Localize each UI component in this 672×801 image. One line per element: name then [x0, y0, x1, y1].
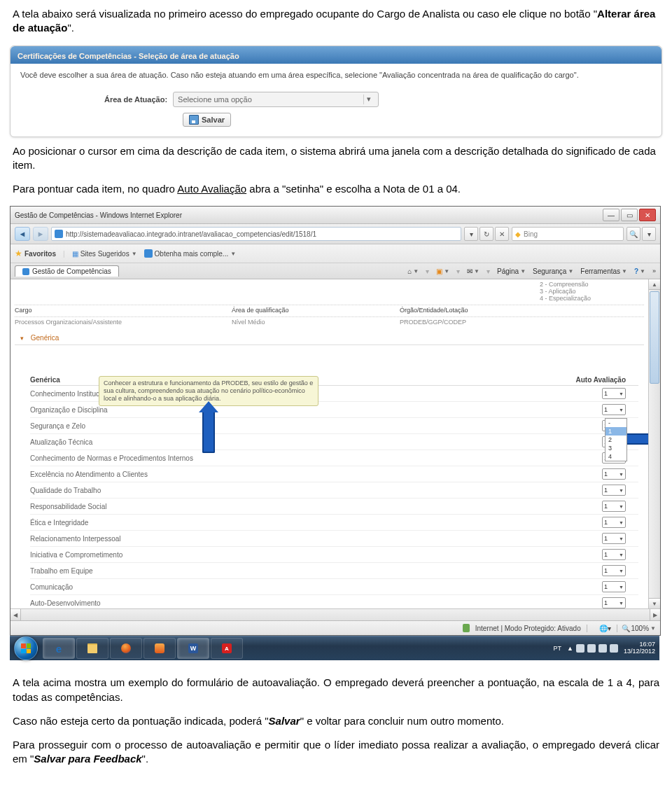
maximize-button[interactable]: ▭	[621, 209, 638, 221]
intro-section: A tela abaixo será visualizada no primei…	[0, 0, 672, 36]
scroll-left-icon[interactable]: ◀	[10, 609, 21, 620]
page-icon	[55, 230, 63, 238]
generica-item-label: Excelência no Atendimento a Clientes	[30, 471, 542, 478]
auto-avaliacao-cell: 1▼	[542, 533, 638, 544]
tray-icon[interactable]	[576, 644, 584, 653]
search-dd-icon[interactable]: ▾	[642, 227, 656, 241]
taskbar-word[interactable]: W	[177, 638, 209, 659]
dropdown-option[interactable]: 3	[606, 444, 626, 452]
scroll-down-icon[interactable]: ▼	[649, 598, 660, 608]
chevron-down-icon: ▼	[619, 520, 624, 525]
pagina-menu[interactable]: Página▼	[497, 267, 526, 275]
zoom-control[interactable]: 🔍 100% ▼	[617, 625, 657, 632]
star-icon: ★	[15, 249, 22, 258]
seguranca-menu[interactable]: Segurança▼	[533, 267, 573, 275]
taskbar-pdf[interactable]: A	[211, 638, 243, 659]
scroll-thumb[interactable]	[650, 291, 659, 384]
addr-dropdown-icon[interactable]: ▾	[464, 227, 478, 241]
status-sep	[587, 625, 594, 632]
auto-avaliacao-select[interactable]: 1▼	[602, 404, 626, 415]
feed-icon[interactable]: ▣▼	[436, 267, 449, 275]
page-content: 2 - Compreensão 3 - Aplicação 4 - Especi…	[10, 279, 660, 608]
browser-nav-row: ◄ ► http://sistemadeavaliacao.integrado.…	[10, 224, 660, 244]
obtenha-mais-link[interactable]: Obtenha mais comple... ▼	[144, 249, 237, 258]
favorites-button[interactable]: ★ Favoritos	[15, 249, 56, 258]
chevron-down-icon: ▼	[619, 488, 624, 493]
tab-gestao[interactable]: Gestão de Competências	[15, 265, 119, 277]
zoom-icon: 🔍	[622, 625, 630, 632]
tray-icon[interactable]	[587, 644, 596, 653]
auto-avaliacao-dropdown[interactable]: - 1 2 3 4	[605, 418, 627, 461]
chevron-down-icon: ▾	[363, 95, 374, 104]
info-header-row-1: 2 - Compreensão 3 - Aplicação 4 - Especi…	[15, 279, 644, 305]
refresh-icon[interactable]: ↻	[479, 227, 493, 241]
status-text: Internet | Modo Protegido: Ativado	[475, 625, 581, 632]
bottom-paragraph-1: A tela acima mostra um exemplo do formul…	[13, 676, 659, 704]
generica-item-label: Trabalho em Equipe	[30, 567, 542, 575]
generica-item-label: Organização e Disciplina	[30, 406, 542, 414]
clock[interactable]: 16:07 13/12/2012	[624, 641, 655, 655]
dropdown-option[interactable]: -	[606, 419, 626, 427]
scroll-right-icon[interactable]: ▶	[650, 609, 660, 620]
toolbar-right: ⌂▼ ▾ ▣▼ ▾ ✉▼ ▾ Página▼ Segurança▼ Ferram…	[407, 267, 656, 275]
area-select[interactable]: Selecione uma opção ▾	[173, 92, 379, 107]
taskbar-ie[interactable]: e	[43, 638, 75, 659]
taskbar-explorer[interactable]	[76, 638, 108, 659]
generica-item-label: Ética e Integridade	[30, 519, 542, 527]
generica-row: Responsabilidade Social1▼	[30, 499, 638, 515]
address-bar[interactable]: http://sistemadeavaliacao.integrado.intr…	[51, 227, 461, 241]
horizontal-scrollbar[interactable]: ◀ ▶	[10, 608, 660, 620]
dropdown-option[interactable]: 1	[606, 427, 626, 436]
scroll-up-icon[interactable]: ▲	[649, 279, 660, 290]
search-go-icon[interactable]: 🔍	[626, 227, 640, 241]
zoom-value: 100%	[631, 625, 650, 632]
panel-body: Você deve escolher a sua área de atuação…	[10, 64, 662, 137]
windows-taskbar: e W A PT ▲ 16:07 13/12/2012	[10, 636, 659, 660]
dropdown-option[interactable]: 2	[606, 436, 626, 444]
auto-avaliacao-select[interactable]: 1▼	[602, 533, 626, 544]
vertical-scrollbar[interactable]: ▲ ▼	[648, 279, 660, 608]
url-text: http://sistemadeavaliacao.integrado.intr…	[66, 230, 316, 238]
generica-item-label: Segurança e Zelo	[30, 422, 542, 430]
bing-icon: ◆	[515, 230, 521, 238]
forward-button[interactable]: ►	[33, 227, 48, 241]
start-button[interactable]	[14, 636, 38, 660]
generica-row: Ética e Integridade1▼	[30, 515, 638, 531]
panel-hint: Você deve escolher a sua área de atuação…	[20, 71, 652, 79]
home-icon[interactable]: ⌂▼	[407, 267, 419, 275]
auto-avaliacao-select[interactable]: 1▼	[602, 485, 626, 496]
ferramentas-menu[interactable]: Ferramentas▼	[580, 267, 627, 275]
pdf-icon: A	[222, 643, 232, 653]
auto-avaliacao-select[interactable]: 1▼	[602, 501, 626, 512]
auto-avaliacao-select[interactable]: 1▼	[602, 517, 626, 528]
volume-icon[interactable]	[610, 644, 618, 653]
stop-icon[interactable]: ✕	[495, 227, 509, 241]
auto-avaliacao-select[interactable]: 1▼	[602, 388, 626, 399]
auto-avaliacao-cell: 1▼	[542, 581, 638, 592]
auto-avaliacao-select[interactable]: 1▼	[602, 597, 626, 608]
accordion-generica[interactable]: Genérica	[15, 331, 644, 345]
taskbar-firefox[interactable]	[110, 638, 142, 659]
minimize-button[interactable]: —	[603, 209, 620, 221]
tray-icons: ▲	[567, 644, 618, 653]
network-icon[interactable]	[598, 644, 607, 653]
auto-avaliacao-select[interactable]: 1▼	[602, 565, 626, 576]
back-button[interactable]: ◄	[15, 227, 30, 241]
sites-sugeridos-link[interactable]: ▦ Sites Sugeridos ▼	[72, 250, 137, 258]
help-icon[interactable]: ?▼	[634, 267, 645, 275]
auto-avaliacao-select[interactable]: 1▼	[602, 581, 626, 592]
save-button[interactable]: Salvar	[183, 113, 231, 127]
auto-avaliacao-select[interactable]: 1▼	[602, 468, 626, 480]
middle-paragraph-2: Para pontuar cada item, no quadro Auto A…	[13, 182, 659, 196]
taskbar-wmp[interactable]	[144, 638, 176, 659]
generica-row: Atualização Técnica1▼	[30, 434, 638, 450]
close-button[interactable]: ✕	[639, 209, 656, 221]
lang-indicator[interactable]: PT	[554, 645, 562, 652]
dropdown-option[interactable]: 4	[606, 452, 626, 461]
auto-avaliacao-select[interactable]: 1▼	[602, 549, 626, 560]
search-input[interactable]: ◆ Bing	[512, 227, 624, 241]
area-selection-panel-wrap: Certificações de Competências - Seleção …	[10, 46, 662, 137]
tray-up-icon[interactable]: ▲	[567, 645, 573, 652]
area-selection-panel: Certificações de Competências - Seleção …	[10, 46, 662, 137]
mail-icon[interactable]: ✉▼	[467, 267, 479, 275]
